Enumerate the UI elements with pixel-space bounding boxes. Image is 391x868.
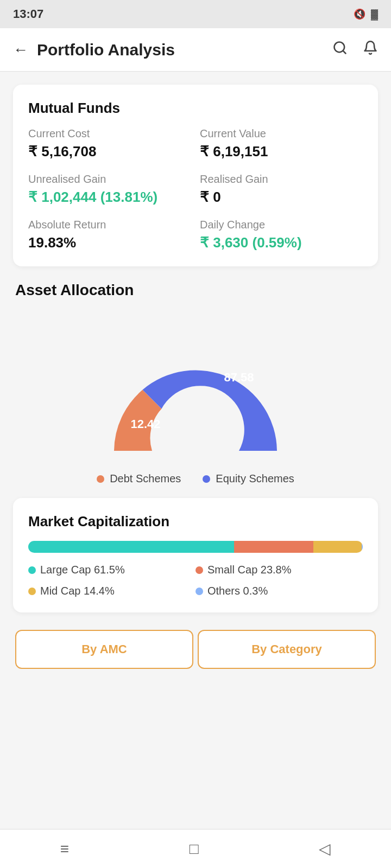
- current-cost-label: Current Cost: [28, 127, 191, 140]
- large-cap-legend: Large Cap 61.5%: [28, 564, 195, 576]
- large-cap-dot: [28, 566, 36, 574]
- status-time: 13:07: [13, 7, 43, 21]
- daily-change-label: Daily Change: [200, 219, 363, 231]
- small-cap-label: Small Cap 23.8%: [207, 564, 292, 576]
- header: ← Portfolio Analysis: [0, 28, 391, 72]
- by-amc-tab[interactable]: By AMC: [15, 630, 193, 669]
- large-cap-segment: [28, 541, 234, 553]
- current-value-stat: Current Value ₹ 6,19,151: [200, 127, 363, 160]
- status-bar: 13:07 🔇 ▓: [0, 0, 391, 28]
- equity-legend-label: Equity Schemes: [216, 473, 294, 485]
- market-cap-title: Market Capitalization: [28, 513, 363, 530]
- equity-percent-label: 87.58: [224, 371, 254, 384]
- absolute-return-label: Absolute Return: [28, 219, 191, 231]
- others-dot: [195, 588, 203, 595]
- mid-cap-label: Mid Cap 14.4%: [40, 585, 115, 597]
- page-title: Portfolio Analysis: [37, 41, 332, 59]
- unrealised-gain-value: ₹ 1,02,444 (13.81%): [28, 189, 191, 206]
- others-legend: Others 0.3%: [195, 585, 363, 597]
- others-segment: [362, 541, 363, 553]
- mute-icon: 🔇: [354, 8, 365, 20]
- small-cap-segment: [234, 541, 314, 553]
- nav-menu-icon[interactable]: ≡: [60, 840, 69, 858]
- mid-cap-segment: [313, 541, 362, 553]
- back-button[interactable]: ←: [13, 41, 28, 59]
- realised-gain-stat: Realised Gain ₹ 0: [200, 173, 363, 206]
- mid-cap-legend: Mid Cap 14.4%: [28, 585, 195, 597]
- status-bar-right: 🔇 ▓: [354, 8, 378, 20]
- equity-legend-dot: [203, 475, 210, 483]
- asset-allocation-chart: 12.42 87.58: [13, 310, 378, 462]
- notification-icon[interactable]: [363, 40, 378, 59]
- absolute-return-value: 19.83%: [28, 234, 191, 251]
- current-value-value: ₹ 6,19,151: [200, 143, 363, 160]
- nav-home-icon[interactable]: □: [190, 840, 199, 858]
- bottom-tabs: By AMC By Category: [13, 628, 378, 671]
- current-cost-value: ₹ 5,16,708: [28, 143, 191, 160]
- daily-change-value: ₹ 3,630 (0.59%): [200, 234, 363, 251]
- market-cap-card: Market Capitalization Large Cap 61.5% Sm…: [13, 498, 378, 612]
- svg-line-1: [343, 50, 345, 53]
- debt-legend-dot: [97, 475, 104, 483]
- others-label: Others 0.3%: [207, 585, 268, 597]
- main-content: Mutual Funds Current Cost ₹ 5,16,708 Cur…: [0, 72, 391, 684]
- daily-change-stat: Daily Change ₹ 3,630 (0.59%): [200, 219, 363, 251]
- mid-cap-dot: [28, 588, 36, 595]
- header-icons: [332, 40, 378, 59]
- current-cost-stat: Current Cost ₹ 5,16,708: [28, 127, 191, 160]
- chart-legend: Debt Schemes Equity Schemes: [13, 473, 378, 485]
- mutual-funds-title: Mutual Funds: [28, 100, 363, 117]
- large-cap-label: Large Cap 61.5%: [40, 564, 125, 576]
- realised-gain-value: ₹ 0: [200, 189, 363, 206]
- current-value-label: Current Value: [200, 127, 363, 140]
- market-cap-legend: Large Cap 61.5% Small Cap 23.8% Mid Cap …: [28, 564, 363, 597]
- search-icon[interactable]: [332, 40, 348, 59]
- debt-percent-label: 12.42: [130, 417, 160, 431]
- absolute-return-stat: Absolute Return 19.83%: [28, 219, 191, 251]
- by-category-tab[interactable]: By Category: [198, 630, 376, 669]
- equity-legend-item: Equity Schemes: [203, 473, 294, 485]
- unrealised-gain-stat: Unrealised Gain ₹ 1,02,444 (13.81%): [28, 173, 191, 206]
- debt-legend-label: Debt Schemes: [110, 473, 181, 485]
- stats-grid: Current Cost ₹ 5,16,708 Current Value ₹ …: [28, 127, 363, 251]
- small-cap-dot: [195, 566, 203, 574]
- market-cap-progress-bar: [28, 541, 363, 553]
- unrealised-gain-label: Unrealised Gain: [28, 173, 191, 186]
- donut-svg: 12.42 87.58: [81, 310, 310, 462]
- asset-allocation-title: Asset Allocation: [13, 282, 378, 299]
- battery-icon: ▓: [371, 9, 378, 20]
- debt-legend-item: Debt Schemes: [97, 473, 181, 485]
- bottom-nav: ≡ □ ◁: [0, 829, 391, 868]
- nav-back-icon[interactable]: ◁: [319, 840, 331, 858]
- small-cap-legend: Small Cap 23.8%: [195, 564, 363, 576]
- realised-gain-label: Realised Gain: [200, 173, 363, 186]
- mutual-funds-card: Mutual Funds Current Cost ₹ 5,16,708 Cur…: [13, 85, 378, 266]
